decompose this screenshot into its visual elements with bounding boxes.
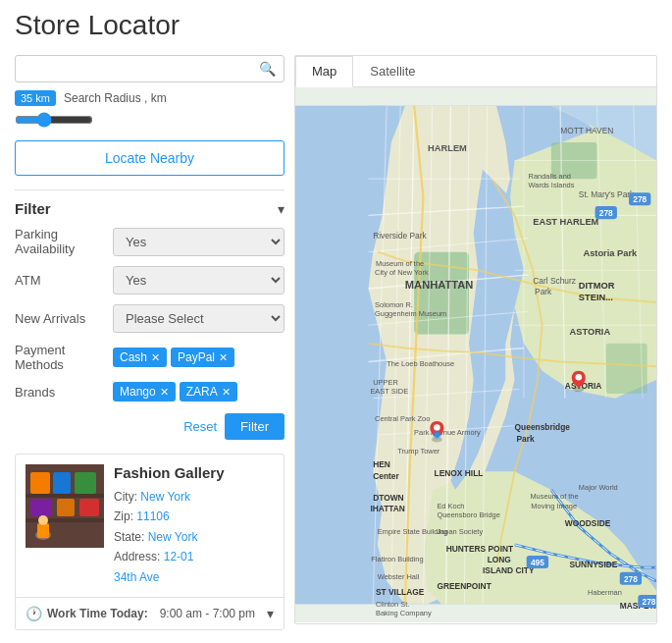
svg-point-110: [434, 424, 440, 431]
work-time-value: 9:00 am - 7:00 pm: [160, 607, 255, 620]
svg-text:Baking Company: Baking Company: [376, 609, 432, 617]
svg-rect-3: [30, 472, 50, 494]
svg-text:Queensboro Bridge: Queensboro Bridge: [437, 510, 500, 519]
filter-button[interactable]: Filter: [225, 413, 284, 440]
svg-rect-1: [26, 494, 104, 498]
reset-button[interactable]: Reset: [183, 413, 217, 440]
svg-text:ST VILLAGE: ST VILLAGE: [376, 587, 425, 597]
svg-rect-8: [79, 499, 99, 516]
remove-zara-tag[interactable]: ✕: [222, 386, 231, 399]
filter-row-payment: Payment Methods Cash ✕ PayPal ✕: [15, 343, 284, 372]
radius-label: Search Radius , km: [64, 91, 167, 105]
map-panel: Map Satellite: [294, 55, 657, 630]
filter-select-new-arrivals[interactable]: Please Select Yes No: [113, 304, 284, 333]
page-title: Store Locator: [15, 10, 657, 41]
action-row: Reset Filter: [15, 413, 284, 440]
svg-text:St. Mary's Park: St. Mary's Park: [579, 189, 635, 199]
svg-text:City of New York: City of New York: [375, 268, 429, 277]
locate-nearby-button[interactable]: Locate Nearby: [15, 140, 284, 176]
brands-tags: Mango ✕ ZARA ✕: [113, 382, 237, 402]
svg-text:HARLEM: HARLEM: [428, 143, 467, 153]
radius-slider[interactable]: [15, 112, 93, 128]
svg-text:LONG: LONG: [488, 555, 511, 564]
tab-satellite[interactable]: Satellite: [353, 56, 432, 86]
svg-point-112: [576, 374, 583, 381]
svg-text:Riverside Park: Riverside Park: [373, 231, 427, 241]
svg-text:SUNNYSIDE: SUNNYSIDE: [569, 560, 617, 569]
svg-text:HUNTERS POINT: HUNTERS POINT: [446, 544, 514, 554]
svg-text:278: 278: [643, 597, 656, 607]
svg-rect-10: [37, 523, 49, 538]
filter-label-payment: Payment Methods: [15, 343, 113, 372]
radius-badge: 35 km: [15, 90, 56, 106]
tag-zara: ZARA ✕: [180, 382, 237, 402]
svg-text:Museum of the: Museum of the: [376, 259, 424, 268]
remove-cash-tag[interactable]: ✕: [151, 351, 160, 364]
svg-text:Webster Hall: Webster Hall: [378, 572, 420, 581]
svg-text:Center: Center: [373, 471, 399, 481]
store-info: City: New York Zip: 11106 State: New Yor…: [114, 487, 225, 587]
svg-text:278: 278: [599, 208, 613, 218]
svg-rect-6: [30, 499, 52, 516]
filter-label-brands: Brands: [15, 385, 113, 400]
map-background[interactable]: HARLEM MANHATTAN MOTT HAVEN St. Mary's P…: [295, 87, 656, 622]
svg-text:Queensbridge: Queensbridge: [515, 422, 571, 432]
svg-text:Guggenheim Museum: Guggenheim Museum: [375, 309, 446, 318]
svg-text:Clinton St.: Clinton St.: [376, 600, 409, 609]
svg-text:Central Park Zoo: Central Park Zoo: [375, 414, 430, 423]
map-svg: HARLEM MANHATTAN MOTT HAVEN St. Mary's P…: [295, 87, 656, 622]
filter-toggle-icon[interactable]: ▾: [278, 201, 284, 217]
svg-text:LENOX HILL: LENOX HILL: [435, 468, 484, 478]
map-container: Map Satellite: [294, 55, 657, 624]
tag-cash: Cash ✕: [113, 348, 167, 367]
store-expand-icon[interactable]: ▾: [267, 606, 274, 621]
svg-text:EAST SIDE: EAST SIDE: [370, 387, 408, 396]
svg-text:495: 495: [531, 558, 544, 567]
svg-text:HEN: HEN: [373, 459, 390, 469]
store-details: Fashion Gallery City: New York Zip: 1110…: [114, 464, 225, 587]
svg-text:278: 278: [633, 194, 646, 204]
svg-point-11: [38, 515, 48, 525]
svg-text:DTOWN: DTOWN: [373, 493, 403, 503]
svg-text:Solomon R.: Solomon R.: [375, 300, 413, 309]
svg-point-114: [435, 432, 440, 438]
svg-text:Park: Park: [516, 434, 535, 444]
svg-rect-4: [53, 472, 71, 494]
filter-row-new-arrivals: New Arrivals Please Select Yes No: [15, 304, 284, 333]
filter-row-brands: Brands Mango ✕ ZARA ✕: [15, 382, 284, 402]
svg-text:Ed Koch: Ed Koch: [437, 502, 464, 510]
search-input[interactable]: Avenue U, Brooklyn, NY, USA: [24, 62, 259, 77]
filter-row-parking: Parking Availability Yes No: [15, 227, 284, 256]
work-time-label: 🕐 Work Time Today:: [26, 606, 148, 621]
search-box: Avenue U, Brooklyn, NY, USA 🔍: [15, 55, 284, 82]
svg-text:EAST HARLEM: EAST HARLEM: [533, 217, 598, 227]
svg-text:GREENPOINT: GREENPOINT: [437, 581, 491, 591]
remove-paypal-tag[interactable]: ✕: [219, 351, 228, 364]
filter-row-atm: ATM Yes No: [15, 266, 284, 295]
svg-text:ASTORIA: ASTORIA: [569, 327, 610, 337]
filter-select-parking[interactable]: Yes No: [113, 228, 284, 256]
filter-label-new-arrivals: New Arrivals: [15, 311, 113, 326]
search-icon[interactable]: 🔍: [259, 61, 276, 77]
filter-header: Filter ▾: [15, 189, 284, 227]
svg-text:Park Avenue Armory: Park Avenue Armory: [414, 428, 481, 437]
payment-tags: Cash ✕ PayPal ✕: [113, 348, 234, 367]
filter-title: Filter: [15, 200, 51, 217]
svg-rect-7: [57, 499, 75, 516]
svg-text:STEIN...: STEIN...: [579, 293, 613, 302]
store-footer: 🕐 Work Time Today: 9:00 am - 7:00 pm ▾: [16, 597, 284, 629]
filter-select-atm[interactable]: Yes No: [113, 266, 284, 295]
svg-text:Flatiron Building: Flatiron Building: [371, 555, 423, 563]
filter-label-parking: Parking Availability: [15, 227, 113, 256]
svg-text:Haberman: Haberman: [588, 588, 622, 597]
svg-text:Carl Schurz: Carl Schurz: [533, 276, 576, 286]
remove-mango-tag[interactable]: ✕: [160, 386, 169, 399]
tag-mango: Mango ✕: [113, 382, 176, 402]
store-name: Fashion Gallery: [114, 464, 225, 481]
svg-text:278: 278: [624, 574, 638, 584]
svg-text:Moving Image: Moving Image: [531, 502, 577, 510]
svg-text:IHATTAN: IHATTAN: [370, 504, 405, 513]
svg-text:Astoria Park: Astoria Park: [583, 248, 638, 258]
tab-map[interactable]: Map: [295, 56, 353, 87]
svg-text:MOTT HAVEN: MOTT HAVEN: [560, 126, 613, 135]
